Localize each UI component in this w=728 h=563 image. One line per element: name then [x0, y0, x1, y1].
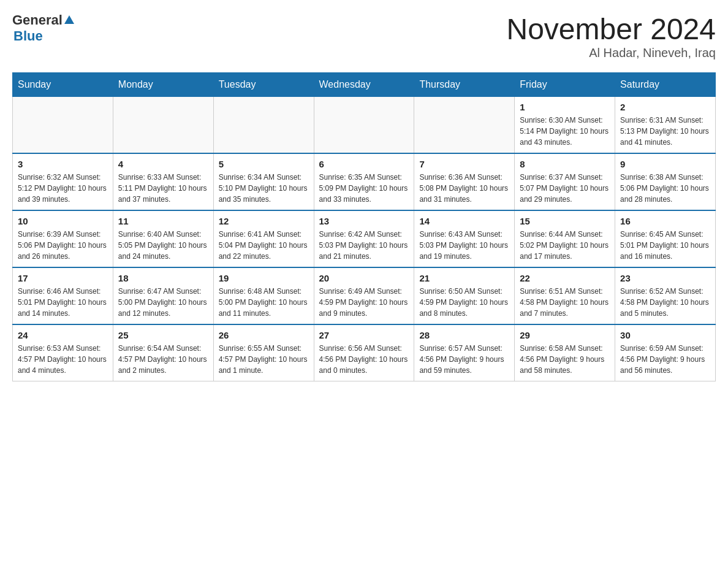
day-info: Sunrise: 6:44 AM Sunset: 5:02 PM Dayligh… [520, 229, 610, 262]
day-info: Sunrise: 6:33 AM Sunset: 5:11 PM Dayligh… [118, 172, 208, 205]
page-header: General Blue November 2024 Al Hadar, Nin… [12, 12, 716, 60]
table-row: 12Sunrise: 6:41 AM Sunset: 5:04 PM Dayli… [213, 210, 314, 267]
day-number: 17 [18, 273, 108, 283]
table-row: 6Sunrise: 6:35 AM Sunset: 5:09 PM Daylig… [314, 153, 414, 210]
table-row: 25Sunrise: 6:54 AM Sunset: 4:57 PM Dayli… [113, 324, 213, 381]
day-info: Sunrise: 6:40 AM Sunset: 5:05 PM Dayligh… [118, 229, 208, 262]
col-header-monday: Monday [113, 73, 213, 97]
table-row [314, 97, 414, 154]
day-number: 20 [319, 273, 409, 283]
table-row: 27Sunrise: 6:56 AM Sunset: 4:56 PM Dayli… [314, 324, 414, 381]
table-row: 2Sunrise: 6:31 AM Sunset: 5:13 PM Daylig… [615, 97, 716, 154]
calendar-week-2: 3Sunrise: 6:32 AM Sunset: 5:12 PM Daylig… [13, 153, 716, 210]
table-row: 14Sunrise: 6:43 AM Sunset: 5:03 PM Dayli… [414, 210, 515, 267]
day-number: 14 [419, 216, 509, 226]
day-info: Sunrise: 6:59 AM Sunset: 4:56 PM Dayligh… [620, 343, 710, 376]
table-row [414, 97, 515, 154]
day-info: Sunrise: 6:55 AM Sunset: 4:57 PM Dayligh… [219, 343, 309, 376]
day-number: 24 [18, 330, 108, 340]
calendar-week-4: 17Sunrise: 6:46 AM Sunset: 5:01 PM Dayli… [13, 267, 716, 324]
day-number: 2 [620, 102, 710, 112]
table-row: 26Sunrise: 6:55 AM Sunset: 4:57 PM Dayli… [213, 324, 314, 381]
page-subtitle: Al Hadar, Nineveh, Iraq [506, 46, 716, 60]
day-info: Sunrise: 6:43 AM Sunset: 5:03 PM Dayligh… [419, 229, 509, 262]
day-info: Sunrise: 6:36 AM Sunset: 5:08 PM Dayligh… [419, 172, 509, 205]
table-row: 28Sunrise: 6:57 AM Sunset: 4:56 PM Dayli… [414, 324, 515, 381]
day-info: Sunrise: 6:50 AM Sunset: 4:59 PM Dayligh… [419, 286, 509, 319]
day-number: 12 [219, 216, 309, 226]
day-info: Sunrise: 6:30 AM Sunset: 5:14 PM Dayligh… [520, 115, 610, 148]
col-header-sunday: Sunday [13, 73, 113, 97]
table-row: 29Sunrise: 6:58 AM Sunset: 4:56 PM Dayli… [515, 324, 615, 381]
day-info: Sunrise: 6:41 AM Sunset: 5:04 PM Dayligh… [219, 229, 309, 262]
table-row: 4Sunrise: 6:33 AM Sunset: 5:11 PM Daylig… [113, 153, 213, 210]
table-row: 24Sunrise: 6:53 AM Sunset: 4:57 PM Dayli… [13, 324, 113, 381]
calendar-week-5: 24Sunrise: 6:53 AM Sunset: 4:57 PM Dayli… [13, 324, 716, 381]
table-row [213, 97, 314, 154]
table-row: 23Sunrise: 6:52 AM Sunset: 4:58 PM Dayli… [615, 267, 716, 324]
table-row: 30Sunrise: 6:59 AM Sunset: 4:56 PM Dayli… [615, 324, 716, 381]
day-info: Sunrise: 6:47 AM Sunset: 5:00 PM Dayligh… [118, 286, 208, 319]
day-info: Sunrise: 6:38 AM Sunset: 5:06 PM Dayligh… [620, 172, 710, 205]
day-number: 11 [118, 216, 208, 226]
day-info: Sunrise: 6:56 AM Sunset: 4:56 PM Dayligh… [319, 343, 409, 376]
day-number: 15 [520, 216, 610, 226]
table-row: 1Sunrise: 6:30 AM Sunset: 5:14 PM Daylig… [515, 97, 615, 154]
day-number: 23 [620, 273, 710, 283]
day-info: Sunrise: 6:52 AM Sunset: 4:58 PM Dayligh… [620, 286, 710, 319]
day-info: Sunrise: 6:39 AM Sunset: 5:06 PM Dayligh… [18, 229, 108, 262]
day-number: 1 [520, 102, 610, 112]
calendar-table: SundayMondayTuesdayWednesdayThursdayFrid… [12, 72, 716, 381]
table-row: 16Sunrise: 6:45 AM Sunset: 5:01 PM Dayli… [615, 210, 716, 267]
day-number: 6 [319, 159, 409, 169]
day-number: 13 [319, 216, 409, 226]
table-row: 10Sunrise: 6:39 AM Sunset: 5:06 PM Dayli… [13, 210, 113, 267]
table-row: 9Sunrise: 6:38 AM Sunset: 5:06 PM Daylig… [615, 153, 716, 210]
day-number: 27 [319, 330, 409, 340]
day-number: 30 [620, 330, 710, 340]
day-number: 4 [118, 159, 208, 169]
table-row: 5Sunrise: 6:34 AM Sunset: 5:10 PM Daylig… [213, 153, 314, 210]
table-row: 3Sunrise: 6:32 AM Sunset: 5:12 PM Daylig… [13, 153, 113, 210]
title-block: November 2024 Al Hadar, Nineveh, Iraq [506, 12, 716, 60]
day-number: 18 [118, 273, 208, 283]
table-row [13, 97, 113, 154]
day-number: 3 [18, 159, 108, 169]
logo-triangle-icon [64, 15, 69, 24]
day-info: Sunrise: 6:57 AM Sunset: 4:56 PM Dayligh… [419, 343, 509, 376]
day-info: Sunrise: 6:31 AM Sunset: 5:13 PM Dayligh… [620, 115, 710, 148]
table-row: 7Sunrise: 6:36 AM Sunset: 5:08 PM Daylig… [414, 153, 515, 210]
day-info: Sunrise: 6:58 AM Sunset: 4:56 PM Dayligh… [520, 343, 610, 376]
day-number: 10 [18, 216, 108, 226]
col-header-friday: Friday [515, 73, 615, 97]
table-row: 11Sunrise: 6:40 AM Sunset: 5:05 PM Dayli… [113, 210, 213, 267]
day-number: 9 [620, 159, 710, 169]
table-row: 15Sunrise: 6:44 AM Sunset: 5:02 PM Dayli… [515, 210, 615, 267]
day-info: Sunrise: 6:42 AM Sunset: 5:03 PM Dayligh… [319, 229, 409, 262]
table-row: 13Sunrise: 6:42 AM Sunset: 5:03 PM Dayli… [314, 210, 414, 267]
col-header-saturday: Saturday [615, 73, 716, 97]
day-number: 7 [419, 159, 509, 169]
col-header-tuesday: Tuesday [213, 73, 314, 97]
table-row: 21Sunrise: 6:50 AM Sunset: 4:59 PM Dayli… [414, 267, 515, 324]
table-row: 8Sunrise: 6:37 AM Sunset: 5:07 PM Daylig… [515, 153, 615, 210]
calendar-header-row: SundayMondayTuesdayWednesdayThursdayFrid… [13, 73, 716, 97]
day-info: Sunrise: 6:34 AM Sunset: 5:10 PM Dayligh… [219, 172, 309, 205]
day-number: 19 [219, 273, 309, 283]
logo-general-text: General [12, 12, 63, 28]
day-number: 25 [118, 330, 208, 340]
table-row: 18Sunrise: 6:47 AM Sunset: 5:00 PM Dayli… [113, 267, 213, 324]
day-number: 16 [620, 216, 710, 226]
day-info: Sunrise: 6:49 AM Sunset: 4:59 PM Dayligh… [319, 286, 409, 319]
day-number: 28 [419, 330, 509, 340]
calendar-week-3: 10Sunrise: 6:39 AM Sunset: 5:06 PM Dayli… [13, 210, 716, 267]
logo: General Blue [12, 12, 74, 44]
table-row: 20Sunrise: 6:49 AM Sunset: 4:59 PM Dayli… [314, 267, 414, 324]
day-number: 8 [520, 159, 610, 169]
day-info: Sunrise: 6:54 AM Sunset: 4:57 PM Dayligh… [118, 343, 208, 376]
day-info: Sunrise: 6:32 AM Sunset: 5:12 PM Dayligh… [18, 172, 108, 205]
day-number: 26 [219, 330, 309, 340]
day-info: Sunrise: 6:48 AM Sunset: 5:00 PM Dayligh… [219, 286, 309, 319]
day-number: 29 [520, 330, 610, 340]
calendar-week-1: 1Sunrise: 6:30 AM Sunset: 5:14 PM Daylig… [13, 97, 716, 154]
